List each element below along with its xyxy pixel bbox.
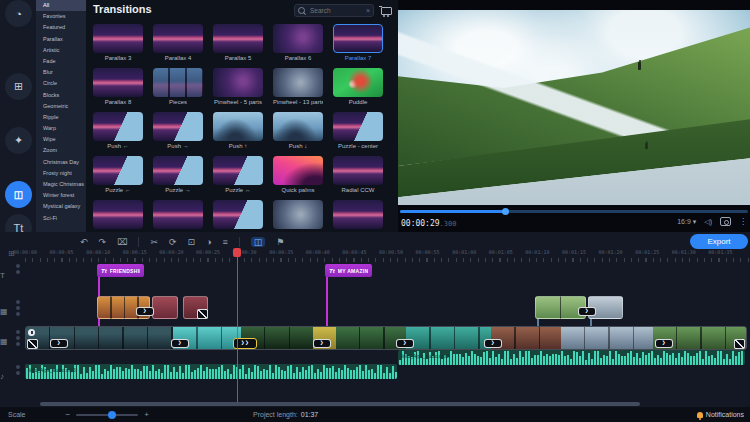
transition-item[interactable]: [153, 200, 203, 232]
transition-item[interactable]: Push →: [153, 112, 203, 150]
video-clip[interactable]: [26, 327, 173, 349]
category-item[interactable]: Circle: [36, 78, 86, 89]
category-item[interactable]: Sci-Fi: [36, 213, 86, 224]
category-item[interactable]: All: [36, 0, 86, 11]
transition-pill[interactable]: ❯: [313, 339, 331, 348]
transition-thumbnail[interactable]: [333, 156, 383, 185]
transition-thumbnail[interactable]: [333, 68, 383, 97]
delete-icon[interactable]: ⌧: [117, 237, 127, 247]
playhead-marker[interactable]: [233, 248, 241, 257]
transition-pill[interactable]: ❯: [655, 339, 673, 348]
transition-pill[interactable]: ❯: [396, 339, 414, 348]
seek-bar[interactable]: [400, 210, 748, 213]
transition-thumbnail[interactable]: [333, 112, 383, 141]
toolbar-separator[interactable]: [239, 237, 240, 247]
transition-item[interactable]: [93, 200, 143, 232]
transition-thumbnail[interactable]: [153, 68, 203, 97]
category-item[interactable]: Mystical galaxy: [36, 201, 86, 212]
volume-icon[interactable]: ◁): [704, 218, 712, 226]
overlay-track-header[interactable]: ▦: [0, 300, 24, 318]
transition-thumbnail[interactable]: [213, 112, 263, 141]
transition-thumbnail[interactable]: [273, 24, 323, 53]
transition-item[interactable]: Parallax 4: [153, 24, 203, 62]
transition-item[interactable]: Quick palms: [273, 156, 323, 194]
transition-thumbnail[interactable]: [153, 24, 203, 53]
transition-thumbnail[interactable]: [273, 68, 323, 97]
category-item[interactable]: Featured: [36, 22, 86, 33]
search-box[interactable]: ×: [294, 4, 374, 17]
title-clip[interactable]: Tt MY AMAZING: [325, 264, 372, 277]
transition-item[interactable]: Radial CCW: [333, 156, 383, 194]
import-media-icon[interactable]: ⊞: [5, 73, 32, 100]
category-item[interactable]: Wipe: [36, 134, 86, 145]
transition-thumbnail[interactable]: [333, 24, 383, 53]
crop-icon[interactable]: ⊡: [188, 237, 196, 247]
title-clip[interactable]: Tt FRIENDSHIP: [97, 264, 144, 277]
category-item[interactable]: Favorites: [36, 11, 86, 22]
transition-item[interactable]: [333, 200, 383, 232]
category-item[interactable]: Artistic: [36, 45, 86, 56]
transition-item[interactable]: Pieces: [153, 68, 203, 106]
transition-item[interactable]: [273, 200, 323, 232]
transition-item[interactable]: Parallax 7: [333, 24, 383, 62]
category-item[interactable]: Geometric: [36, 101, 86, 112]
transition-item[interactable]: Parallax 6: [273, 24, 323, 62]
transition-thumbnail[interactable]: [93, 156, 143, 185]
no-transition-icon[interactable]: [197, 309, 208, 319]
category-item[interactable]: Winter forest: [36, 190, 86, 201]
track-mute-icon[interactable]: [16, 306, 20, 310]
transition-item[interactable]: Push ↓: [273, 112, 323, 150]
transition-item[interactable]: Puzzle - center: [333, 112, 383, 150]
overlay-clip[interactable]: [152, 296, 178, 319]
color-adjust-icon[interactable]: ◑: [206, 237, 211, 247]
transition-item[interactable]: Push ←: [93, 112, 143, 150]
track-mute-icon[interactable]: [16, 371, 20, 375]
transition-pill[interactable]: ❯: [50, 339, 68, 348]
category-item[interactable]: Blocks: [36, 90, 86, 101]
transitions-icon[interactable]: ◫: [5, 181, 32, 208]
category-item[interactable]: Frosty night: [36, 168, 86, 179]
search-input[interactable]: [308, 6, 363, 15]
clear-search-icon[interactable]: ×: [366, 7, 370, 14]
track-lock-icon[interactable]: [16, 312, 20, 316]
category-item[interactable]: Christmas Day: [36, 157, 86, 168]
category-item[interactable]: Ripple: [36, 112, 86, 123]
video-preview[interactable]: [398, 10, 750, 205]
transition-thumbnail[interactable]: [93, 112, 143, 141]
category-item[interactable]: Parallax: [36, 34, 86, 45]
category-item[interactable]: Blur: [36, 67, 86, 78]
transition-item[interactable]: Parallax 5: [213, 24, 263, 62]
stickers-icon[interactable]: ◔: [5, 0, 32, 27]
seek-handle[interactable]: [502, 208, 509, 215]
zoom-in-button[interactable]: +: [144, 410, 149, 419]
track-visibility-icon[interactable]: [16, 330, 20, 334]
transition-item[interactable]: Parallax 8: [93, 68, 143, 106]
transition-thumbnail[interactable]: [213, 24, 263, 53]
track-mute-icon[interactable]: [16, 336, 20, 340]
snapshot-icon[interactable]: [720, 217, 731, 226]
category-item[interactable]: Warp: [36, 123, 86, 134]
main-video-track-strip[interactable]: ❯ ❯ ❯ ❯ ❯ ❯ ❯❯: [25, 326, 747, 350]
zoom-out-button[interactable]: −: [66, 410, 71, 419]
audio-clip[interactable]: Mild_Alps_audio.mp3: [398, 350, 745, 365]
transition-item[interactable]: Puzzle →: [153, 156, 203, 194]
toolbar-separator[interactable]: [138, 237, 139, 247]
track-visibility-icon[interactable]: [16, 264, 20, 268]
transition-pill[interactable]: ❯: [578, 307, 596, 316]
transition-thumbnail[interactable]: [153, 156, 203, 185]
transition-thumbnail[interactable]: [153, 112, 203, 141]
audio-track-header[interactable]: ♪: [0, 365, 24, 383]
transition-pill[interactable]: ❯: [484, 339, 502, 348]
video-clip[interactable]: [561, 327, 653, 349]
category-item[interactable]: Magic Christmas: [36, 179, 86, 190]
transition-thumbnail[interactable]: [93, 24, 143, 53]
video-clip[interactable]: [406, 327, 491, 349]
transition-thumbnail[interactable]: [213, 156, 263, 185]
transition-thumbnail[interactable]: [93, 68, 143, 97]
transition-pill[interactable]: ❯: [171, 339, 189, 348]
redo-icon[interactable]: ↷: [99, 237, 107, 247]
horizontal-scrollbar[interactable]: [40, 402, 640, 406]
transition-item[interactable]: Push ↑: [213, 112, 263, 150]
transition-item[interactable]: [213, 200, 263, 232]
transition-item[interactable]: Puddle: [333, 68, 383, 106]
